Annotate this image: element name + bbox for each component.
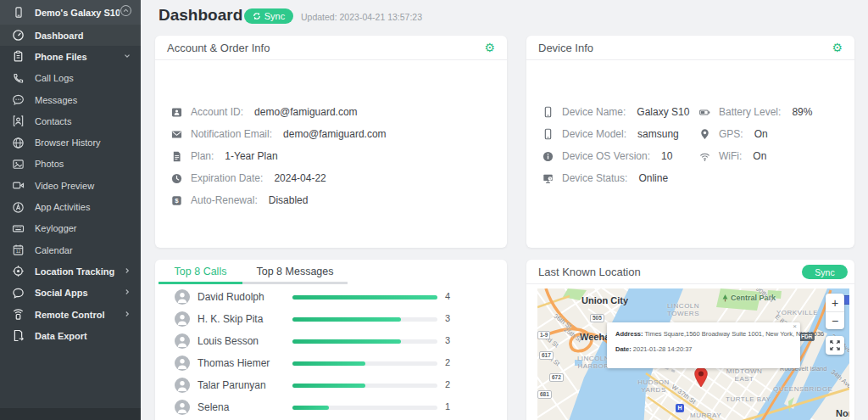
call-bar: [292, 295, 437, 300]
zoom-in-button[interactable]: +: [826, 294, 844, 311]
sidebar-item-data-export[interactable]: Data Export: [0, 325, 141, 346]
device-name-row: Device Name:Galaxy S10: [542, 105, 689, 119]
sidebar-item-remote-control[interactable]: Remote Control: [0, 304, 141, 325]
sidebar-item-contacts[interactable]: Contacts: [0, 110, 141, 132]
remote-signal-icon: [12, 308, 25, 321]
popup-address: Address: Times Square,1560 Broadway Suit…: [615, 330, 793, 338]
call-bar: [292, 317, 437, 322]
device-model-row: Device Model:samsung: [542, 127, 679, 141]
sidebar-item-call-logs[interactable]: Call Logs: [0, 68, 141, 89]
location-sync-button[interactable]: Sync: [802, 265, 848, 279]
expiration-date-row: Expiration Date:2024-04-22: [171, 171, 326, 185]
collapse-chevron-up-icon[interactable]: [120, 4, 132, 20]
dollar-icon: $: [171, 194, 182, 206]
device-phone-icon: [12, 6, 25, 19]
person-badge-icon: [171, 106, 182, 118]
plan-row: Plan:1-Year Plan: [171, 149, 278, 163]
sidebar-item-social-apps[interactable]: Social Apps: [0, 283, 141, 304]
call-row[interactable]: Louis Besson 3: [155, 330, 507, 352]
sidebar-item-browser-history[interactable]: Browser History: [0, 132, 141, 153]
expand-icon: [830, 340, 840, 350]
auto-renewal-row: $ Auto-Renewal:Disabled: [171, 193, 308, 207]
device-selector[interactable]: Demo's Galaxy S10: [0, 0, 141, 25]
sidebar-item-photos[interactable]: Photos: [0, 154, 141, 175]
envelope-icon: [171, 128, 182, 140]
info-circle-icon: [542, 150, 554, 162]
gear-icon[interactable]: ⚙: [832, 42, 843, 53]
call-bar: [292, 384, 437, 388]
battery-row: Battery Level:89%: [699, 105, 812, 119]
gps-row: GPS:On: [699, 127, 768, 141]
sidebar-item-phone-files[interactable]: Phone Files: [0, 46, 141, 67]
globe-icon: [12, 137, 25, 149]
chevron-right-icon: [124, 311, 131, 319]
close-icon[interactable]: ×: [793, 323, 797, 330]
gear-icon[interactable]: ⚙: [484, 42, 495, 53]
phone-icon: [542, 106, 554, 118]
call-row[interactable]: H. K. Skip Pita 3: [155, 308, 507, 330]
chevron-down-icon: [124, 53, 131, 61]
notification-email-row: Notification Email:demo@famiguard.com: [171, 127, 387, 141]
avatar: [175, 333, 190, 349]
card-title: Account & Order Info: [167, 42, 484, 54]
clipboard-icon: [12, 50, 25, 63]
avatar: [175, 289, 190, 305]
sidebar-item-app-activities[interactable]: App Activities: [0, 196, 141, 217]
app-circle-icon: [12, 201, 25, 214]
sidebar-item-dashboard[interactable]: Dashboard: [0, 25, 141, 46]
map-zoom-controls: + −: [826, 294, 844, 329]
location-info-popup: × Address: Times Square,1560 Broadway Su…: [607, 322, 800, 368]
card-title: Last Known Location: [538, 266, 843, 278]
avatar: [175, 378, 190, 393]
route-shield: 505: [590, 314, 604, 322]
last-updated-text: Updated: 2023-04-21 13:57:23: [301, 12, 422, 22]
zoom-out-button[interactable]: −: [826, 311, 844, 329]
wifi-icon: [699, 150, 710, 162]
sync-button[interactable]: Sync: [244, 8, 293, 24]
tab-top-8-calls[interactable]: Top 8 Calls: [159, 260, 242, 283]
avatar: [175, 311, 190, 327]
call-row[interactable]: David Rudolph 4: [155, 286, 507, 308]
account-id-row: Account ID:demo@famiguard.com: [171, 105, 358, 119]
map-pin-icon: [699, 128, 710, 140]
call-row[interactable]: Talar Parunyan 2: [155, 374, 507, 396]
tab-top-8-messages[interactable]: Top 8 Messages: [242, 260, 348, 283]
gauge-icon: [12, 29, 25, 42]
card-title: Device Info: [538, 42, 832, 54]
route-shield: 681: [537, 390, 552, 399]
sidebar-item-messages[interactable]: Messages: [0, 89, 141, 110]
calendar-icon: 12: [12, 244, 25, 256]
call-bar: [292, 406, 437, 410]
sidebar-menu: Dashboard Phone Files Call Logs Messages…: [0, 25, 141, 346]
video-camera-icon: [12, 179, 25, 192]
map[interactable]: Union City Weehawken LINCOLN TOWERS Cent…: [537, 288, 849, 420]
fullscreen-button[interactable]: [826, 336, 844, 355]
chat-bubble-icon: [12, 93, 25, 106]
sidebar-item-calendar[interactable]: 12 Calendar: [0, 239, 141, 260]
sidebar-item-location-tracking[interactable]: Location Tracking: [0, 260, 141, 282]
clock-icon: [171, 172, 182, 184]
call-bar: [292, 361, 437, 366]
target-icon: [12, 265, 25, 277]
location-pin-icon[interactable]: [693, 367, 709, 389]
inactive-tab-underline: [242, 282, 348, 284]
call-bar: [292, 339, 437, 344]
call-row[interactable]: Selena 1: [155, 396, 507, 418]
route-shield: 617: [539, 351, 554, 360]
device-status-row: Device Status:Online: [542, 171, 668, 185]
device-name: Demo's Galaxy S10: [35, 8, 120, 18]
call-row[interactable]: Thomas Hiemer 2: [155, 352, 507, 374]
page-title: Dashboard: [159, 6, 242, 25]
last-known-location-card: Last Known Location Sync: [526, 260, 854, 420]
sidebar-item-keylogger[interactable]: Keylogger: [0, 218, 141, 239]
sidebar: Demo's Galaxy S10 Dashboard Phone Files …: [0, 0, 141, 420]
phone-handset-icon: [12, 72, 25, 85]
phone-icon: [542, 128, 554, 140]
account-order-card: Account & Order Info ⚙ Account ID:demo@f…: [155, 36, 507, 248]
keyboard-icon: [12, 222, 25, 235]
top-calls-card: Top 8 Calls Top 8 Messages David Rudolph…: [155, 260, 507, 420]
chevron-right-icon: [124, 288, 131, 297]
device-os-row: Device OS Version:10: [542, 149, 672, 163]
sidebar-item-video-preview[interactable]: Video Preview: [0, 175, 141, 196]
svg-text:$: $: [175, 197, 179, 204]
